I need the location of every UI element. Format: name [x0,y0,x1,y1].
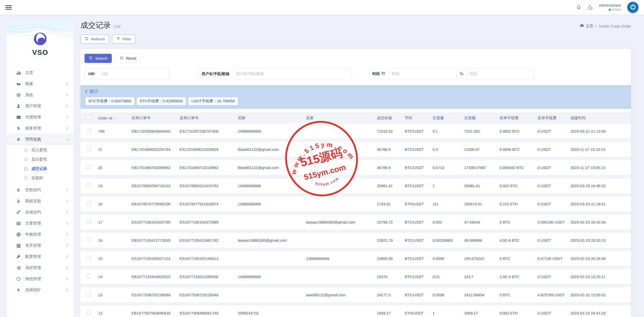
row-checkbox[interactable] [87,201,91,206]
table-cell: 2023-11-27 15:05:13 [570,165,631,170]
table-cell: EB1677155412773535 [132,238,180,242]
sidebar-subitem[interactable]: 成交记录 [7,164,74,174]
table-row: 20EB1701068703399852ES1701068713229962ll… [80,160,631,175]
chevron-left-icon [66,200,69,202]
uid-label: UID [85,69,98,79]
row-checkbox[interactable] [87,238,91,242]
table-cell: ES1677156154520790 [132,220,180,224]
circle-icon [16,277,21,281]
sidebar-item-label: 质押挖矿 [25,287,41,293]
table-cell: 7101.052 [464,129,500,133]
user-input[interactable] [233,69,352,79]
table-cell: 0.0002 BTC [500,129,538,133]
menu-lines-icon [16,243,21,248]
filter-button[interactable]: Filter [112,35,135,44]
sidebar-item[interactable]: 钱包管理 [7,273,74,284]
sidebar-item[interactable]: 主页 [7,67,74,78]
sidebar-item[interactable]: 永续合约 [7,207,74,218]
column-header[interactable]: Order Id [98,116,112,120]
online-dot [609,9,611,11]
row-checkbox[interactable] [87,292,91,297]
wrench-icon [16,254,21,259]
table-cell: 0 USDT [538,129,570,133]
yen-icon: ¥ [16,288,21,292]
table-cell: ES1679577521816874 [180,202,238,206]
table-cell: BTC/USDT [405,293,433,297]
sidebar-subitem-label: 成交记录 [31,166,47,172]
sidebar-item[interactable]: ¥质押挖矿 [7,284,74,296]
select-all-checkbox[interactable] [87,115,91,120]
sidebar-item-label: 代理管理 [25,115,41,120]
avatar[interactable] [627,2,638,13]
table-cell: 0 USDT [538,184,570,188]
time-start-input[interactable] [389,69,456,79]
table-cell: 2023-02-23 20:42:34 [570,220,631,224]
user-block[interactable]: Administrator Online [599,3,621,12]
sidebar-item[interactable]: 首页管理 [7,240,74,251]
sidebar-item[interactable]: 申购管理 [7,229,74,240]
column-header: 创建时间 [570,116,586,120]
table-cell: 24370 [377,275,405,279]
sidebar-item[interactable]: 系统 [7,89,74,101]
moon-icon[interactable] [588,5,593,10]
table-cell: 26981.41 [377,184,405,188]
bell-icon[interactable] [576,5,582,10]
breadcrumb-current[interactable]: Inside-Trade-Order [599,24,631,28]
table-cell: awei90122@gmail.com [306,293,377,297]
sidebar-item[interactable]: B交割合约 [7,184,74,196]
dashboard-icon [580,23,584,29]
hamburger-icon[interactable] [6,5,12,10]
stats-banner: i统计 BTC手续费：0.00475800ETH手续费：0.42400000US… [80,85,631,109]
user-filter-group: 用户名/手机/邮箱 [198,68,352,79]
breadcrumb-separator: / [596,24,597,28]
merchant-icon [16,82,21,86]
refresh-button[interactable]: Refresh [80,35,109,44]
sidebar-subitem[interactable]: 卖出委托 [7,155,74,164]
reset-button[interactable]: Reset [115,54,141,63]
table-cell: ES1677008489561740 [180,311,238,315]
chevron-left-icon [66,233,69,236]
table-cell: lliiaa661122@gmail.com [238,165,306,170]
column-header: 卖单手续费 [538,116,556,120]
sidebar-item[interactable]: 文章管理 [7,218,74,229]
table-cell: 0.002 ETH [500,311,538,315]
sidebar-item[interactable]: B期权交易 [7,196,74,207]
chevron-left-icon [66,266,69,269]
row-checkbox[interactable] [87,256,91,260]
table-body: 768EB1716290953644646ES17162972397374061… [80,124,631,317]
search-button[interactable]: Search [84,54,112,63]
logo[interactable]: VSO [7,32,74,57]
sidebar-item[interactable]: 代理管理 [7,112,74,123]
table-cell: ES1677038729126548 [180,293,238,297]
table-cell: BTC/USDT [405,238,433,242]
sidebar-item-label: 永续合约 [25,210,41,215]
row-checkbox[interactable] [87,274,91,278]
list-card: Search Reset UID 用户名/手机/邮箱 时间 To [80,49,631,317]
table-cell: ES1701068713229962 [180,165,238,170]
row-checkbox[interactable] [87,220,91,224]
sidebar-item[interactable]: $财务管理 [7,123,74,134]
sidebar-item[interactable]: 用户管理 [7,101,74,112]
row-checkbox[interactable] [87,310,91,315]
time-end-input[interactable] [467,69,534,79]
row-checkbox[interactable] [87,147,91,151]
breadcrumb: 主页 / Inside-Trade-Order [580,23,631,29]
sidebar-item[interactable]: 配置管理 [7,251,74,262]
row-checkbox[interactable] [87,129,91,133]
column-header: 买单订单号 [132,116,151,120]
sidebar-item[interactable]: 风控管理 [7,262,74,273]
row-checkbox[interactable] [87,165,91,169]
sidebar-item[interactable]: 商家 [7,78,74,89]
sidebar-item-label: 主页 [25,70,33,76]
sort-asc-icon[interactable]: ↑ [114,116,115,120]
table-cell: ES1677155326527123 [132,256,180,261]
breadcrumb-home[interactable]: 主页 [580,23,593,29]
sidebar-subitem[interactable]: 交易对 [7,174,74,183]
table-cell: 20 [98,165,132,170]
sidebar-subitem[interactable]: 买入委托 [7,145,74,155]
chevron-down-icon [66,137,69,140]
sidebar-item[interactable]: B币币交易 [7,134,74,145]
uid-input[interactable] [98,69,169,79]
table-row: 12EB1677007563685638ES167700848956174020… [80,305,631,317]
row-checkbox[interactable] [87,183,91,187]
